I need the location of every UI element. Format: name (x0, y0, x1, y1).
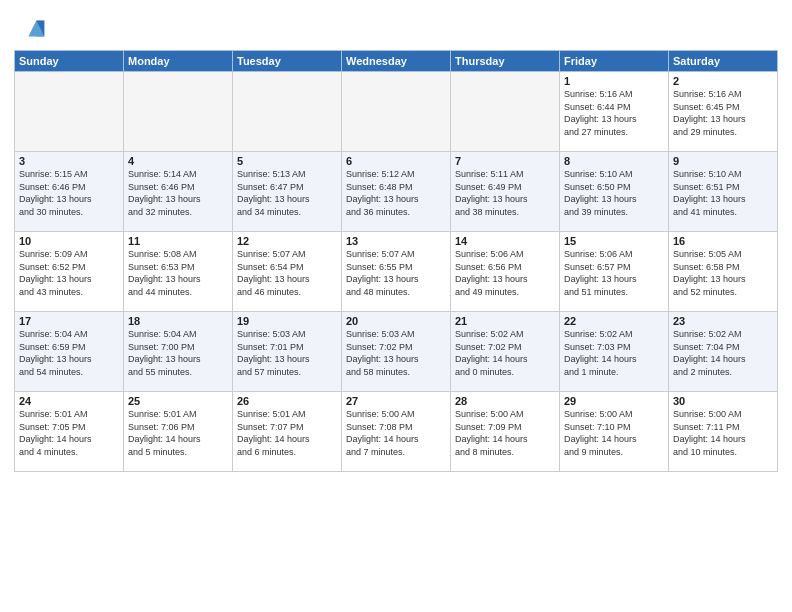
calendar-cell: 26Sunrise: 5:01 AM Sunset: 7:07 PM Dayli… (233, 392, 342, 472)
day-number: 19 (237, 315, 337, 327)
calendar-cell (233, 72, 342, 152)
day-info: Sunrise: 5:03 AM Sunset: 7:02 PM Dayligh… (346, 328, 446, 378)
calendar-cell: 9Sunrise: 5:10 AM Sunset: 6:51 PM Daylig… (669, 152, 778, 232)
weekday-header-thursday: Thursday (451, 51, 560, 72)
weekday-header-sunday: Sunday (15, 51, 124, 72)
day-number: 14 (455, 235, 555, 247)
day-info: Sunrise: 5:08 AM Sunset: 6:53 PM Dayligh… (128, 248, 228, 298)
calendar-cell: 10Sunrise: 5:09 AM Sunset: 6:52 PM Dayli… (15, 232, 124, 312)
logo-icon (14, 14, 46, 46)
day-number: 10 (19, 235, 119, 247)
day-number: 2 (673, 75, 773, 87)
day-info: Sunrise: 5:04 AM Sunset: 7:00 PM Dayligh… (128, 328, 228, 378)
calendar-cell: 16Sunrise: 5:05 AM Sunset: 6:58 PM Dayli… (669, 232, 778, 312)
calendar-cell: 3Sunrise: 5:15 AM Sunset: 6:46 PM Daylig… (15, 152, 124, 232)
day-number: 24 (19, 395, 119, 407)
calendar-cell: 22Sunrise: 5:02 AM Sunset: 7:03 PM Dayli… (560, 312, 669, 392)
calendar-week-5: 24Sunrise: 5:01 AM Sunset: 7:05 PM Dayli… (15, 392, 778, 472)
calendar-cell: 20Sunrise: 5:03 AM Sunset: 7:02 PM Dayli… (342, 312, 451, 392)
day-number: 9 (673, 155, 773, 167)
day-info: Sunrise: 5:07 AM Sunset: 6:54 PM Dayligh… (237, 248, 337, 298)
calendar-cell: 7Sunrise: 5:11 AM Sunset: 6:49 PM Daylig… (451, 152, 560, 232)
calendar-cell: 13Sunrise: 5:07 AM Sunset: 6:55 PM Dayli… (342, 232, 451, 312)
day-info: Sunrise: 5:00 AM Sunset: 7:11 PM Dayligh… (673, 408, 773, 458)
day-info: Sunrise: 5:00 AM Sunset: 7:08 PM Dayligh… (346, 408, 446, 458)
day-number: 4 (128, 155, 228, 167)
day-info: Sunrise: 5:01 AM Sunset: 7:06 PM Dayligh… (128, 408, 228, 458)
calendar-cell: 18Sunrise: 5:04 AM Sunset: 7:00 PM Dayli… (124, 312, 233, 392)
calendar-cell: 23Sunrise: 5:02 AM Sunset: 7:04 PM Dayli… (669, 312, 778, 392)
day-number: 7 (455, 155, 555, 167)
day-number: 18 (128, 315, 228, 327)
calendar-week-1: 1Sunrise: 5:16 AM Sunset: 6:44 PM Daylig… (15, 72, 778, 152)
day-info: Sunrise: 5:01 AM Sunset: 7:07 PM Dayligh… (237, 408, 337, 458)
calendar-cell: 30Sunrise: 5:00 AM Sunset: 7:11 PM Dayli… (669, 392, 778, 472)
day-number: 28 (455, 395, 555, 407)
day-number: 20 (346, 315, 446, 327)
day-number: 22 (564, 315, 664, 327)
day-info: Sunrise: 5:16 AM Sunset: 6:45 PM Dayligh… (673, 88, 773, 138)
weekday-header-friday: Friday (560, 51, 669, 72)
day-info: Sunrise: 5:04 AM Sunset: 6:59 PM Dayligh… (19, 328, 119, 378)
calendar-cell: 25Sunrise: 5:01 AM Sunset: 7:06 PM Dayli… (124, 392, 233, 472)
day-number: 11 (128, 235, 228, 247)
weekday-header-saturday: Saturday (669, 51, 778, 72)
day-info: Sunrise: 5:11 AM Sunset: 6:49 PM Dayligh… (455, 168, 555, 218)
day-number: 5 (237, 155, 337, 167)
calendar-cell: 8Sunrise: 5:10 AM Sunset: 6:50 PM Daylig… (560, 152, 669, 232)
weekday-header-wednesday: Wednesday (342, 51, 451, 72)
day-number: 27 (346, 395, 446, 407)
calendar-week-4: 17Sunrise: 5:04 AM Sunset: 6:59 PM Dayli… (15, 312, 778, 392)
calendar-cell: 17Sunrise: 5:04 AM Sunset: 6:59 PM Dayli… (15, 312, 124, 392)
calendar-cell: 28Sunrise: 5:00 AM Sunset: 7:09 PM Dayli… (451, 392, 560, 472)
day-number: 17 (19, 315, 119, 327)
calendar-cell: 2Sunrise: 5:16 AM Sunset: 6:45 PM Daylig… (669, 72, 778, 152)
calendar-cell (342, 72, 451, 152)
day-info: Sunrise: 5:16 AM Sunset: 6:44 PM Dayligh… (564, 88, 664, 138)
day-number: 16 (673, 235, 773, 247)
day-number: 1 (564, 75, 664, 87)
day-number: 12 (237, 235, 337, 247)
day-info: Sunrise: 5:00 AM Sunset: 7:09 PM Dayligh… (455, 408, 555, 458)
day-number: 3 (19, 155, 119, 167)
day-number: 25 (128, 395, 228, 407)
day-info: Sunrise: 5:13 AM Sunset: 6:47 PM Dayligh… (237, 168, 337, 218)
day-info: Sunrise: 5:12 AM Sunset: 6:48 PM Dayligh… (346, 168, 446, 218)
day-number: 29 (564, 395, 664, 407)
calendar-cell: 19Sunrise: 5:03 AM Sunset: 7:01 PM Dayli… (233, 312, 342, 392)
day-info: Sunrise: 5:02 AM Sunset: 7:02 PM Dayligh… (455, 328, 555, 378)
header (14, 10, 778, 46)
calendar-cell: 4Sunrise: 5:14 AM Sunset: 6:46 PM Daylig… (124, 152, 233, 232)
calendar-cell: 24Sunrise: 5:01 AM Sunset: 7:05 PM Dayli… (15, 392, 124, 472)
page-container: SundayMondayTuesdayWednesdayThursdayFrid… (0, 0, 792, 482)
calendar-cell: 1Sunrise: 5:16 AM Sunset: 6:44 PM Daylig… (560, 72, 669, 152)
calendar-cell: 11Sunrise: 5:08 AM Sunset: 6:53 PM Dayli… (124, 232, 233, 312)
calendar-week-3: 10Sunrise: 5:09 AM Sunset: 6:52 PM Dayli… (15, 232, 778, 312)
day-info: Sunrise: 5:06 AM Sunset: 6:56 PM Dayligh… (455, 248, 555, 298)
weekday-header-monday: Monday (124, 51, 233, 72)
day-number: 13 (346, 235, 446, 247)
calendar-cell (124, 72, 233, 152)
day-info: Sunrise: 5:07 AM Sunset: 6:55 PM Dayligh… (346, 248, 446, 298)
calendar-cell: 15Sunrise: 5:06 AM Sunset: 6:57 PM Dayli… (560, 232, 669, 312)
weekday-header-row: SundayMondayTuesdayWednesdayThursdayFrid… (15, 51, 778, 72)
day-info: Sunrise: 5:02 AM Sunset: 7:04 PM Dayligh… (673, 328, 773, 378)
weekday-header-tuesday: Tuesday (233, 51, 342, 72)
calendar-cell: 14Sunrise: 5:06 AM Sunset: 6:56 PM Dayli… (451, 232, 560, 312)
day-info: Sunrise: 5:10 AM Sunset: 6:50 PM Dayligh… (564, 168, 664, 218)
calendar-cell: 6Sunrise: 5:12 AM Sunset: 6:48 PM Daylig… (342, 152, 451, 232)
logo (14, 14, 50, 46)
day-info: Sunrise: 5:15 AM Sunset: 6:46 PM Dayligh… (19, 168, 119, 218)
day-info: Sunrise: 5:05 AM Sunset: 6:58 PM Dayligh… (673, 248, 773, 298)
day-number: 8 (564, 155, 664, 167)
day-info: Sunrise: 5:01 AM Sunset: 7:05 PM Dayligh… (19, 408, 119, 458)
calendar-cell: 21Sunrise: 5:02 AM Sunset: 7:02 PM Dayli… (451, 312, 560, 392)
day-info: Sunrise: 5:14 AM Sunset: 6:46 PM Dayligh… (128, 168, 228, 218)
day-number: 23 (673, 315, 773, 327)
day-number: 26 (237, 395, 337, 407)
day-number: 30 (673, 395, 773, 407)
day-info: Sunrise: 5:09 AM Sunset: 6:52 PM Dayligh… (19, 248, 119, 298)
day-info: Sunrise: 5:02 AM Sunset: 7:03 PM Dayligh… (564, 328, 664, 378)
calendar-cell (451, 72, 560, 152)
calendar-table: SundayMondayTuesdayWednesdayThursdayFrid… (14, 50, 778, 472)
